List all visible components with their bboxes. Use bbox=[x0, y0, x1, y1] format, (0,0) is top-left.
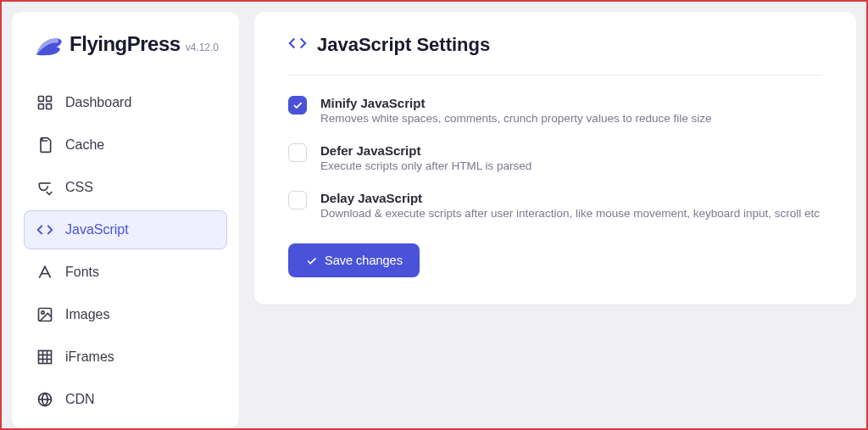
svg-rect-0 bbox=[39, 97, 44, 102]
sidebar-item-label: JavaScript bbox=[65, 222, 129, 237]
sidebar-item-label: CSS bbox=[65, 180, 93, 195]
brand-logo-icon bbox=[32, 32, 64, 63]
sidebar-item-label: Images bbox=[65, 307, 109, 322]
option-delay: Delay JavaScript Download & execute scri… bbox=[288, 191, 822, 220]
sidebar-item-label: CDN bbox=[65, 392, 95, 407]
checkbox-delay[interactable] bbox=[288, 191, 307, 209]
save-button[interactable]: Save changes bbox=[288, 243, 420, 277]
sidebar-item-label: iFrames bbox=[65, 349, 114, 365]
option-title: Minify JavaScript bbox=[320, 96, 711, 110]
sidebar-nav: Dashboard Cache CSS JavaScript Fonts bbox=[24, 83, 227, 419]
sidebar: FlyingPress v4.12.0 Dashboard Cache CSS bbox=[12, 12, 239, 428]
sidebar-item-cache[interactable]: Cache bbox=[24, 126, 227, 165]
sidebar-item-cdn[interactable]: CDN bbox=[24, 380, 227, 419]
option-desc: Download & execute scripts after user in… bbox=[320, 207, 820, 220]
brand-block: FlyingPress v4.12.0 bbox=[24, 27, 227, 83]
check-icon bbox=[305, 254, 318, 267]
images-icon bbox=[36, 306, 53, 323]
main-panel: JavaScript Settings Minify JavaScript Re… bbox=[254, 12, 856, 304]
sidebar-item-iframes[interactable]: iFrames bbox=[24, 338, 227, 377]
save-button-label: Save changes bbox=[325, 254, 403, 267]
page-header: JavaScript Settings bbox=[288, 34, 822, 75]
dashboard-icon bbox=[36, 94, 53, 111]
option-desc: Removes white spaces, comments, crunch p… bbox=[320, 112, 711, 125]
option-minify: Minify JavaScript Removes white spaces, … bbox=[288, 96, 822, 125]
iframes-icon bbox=[36, 349, 53, 366]
fonts-icon bbox=[36, 264, 53, 281]
sidebar-item-label: Fonts bbox=[65, 265, 99, 280]
sidebar-item-label: Cache bbox=[65, 137, 104, 153]
option-title: Defer JavaScript bbox=[320, 143, 531, 158]
code-icon bbox=[36, 221, 53, 238]
option-title: Delay JavaScript bbox=[320, 191, 820, 205]
code-icon bbox=[288, 34, 307, 56]
option-desc: Execute scripts only after HTML is parse… bbox=[320, 159, 531, 172]
sidebar-item-label: Dashboard bbox=[65, 95, 131, 110]
option-defer: Defer JavaScript Execute scripts only af… bbox=[288, 143, 822, 172]
cdn-icon bbox=[36, 391, 53, 408]
brand-version: v4.12.0 bbox=[186, 42, 219, 53]
sidebar-item-fonts[interactable]: Fonts bbox=[24, 253, 227, 292]
svg-point-5 bbox=[42, 311, 44, 314]
checkbox-defer[interactable] bbox=[288, 143, 307, 162]
cache-icon bbox=[36, 137, 53, 154]
sidebar-item-dashboard[interactable]: Dashboard bbox=[24, 83, 227, 122]
checkbox-minify[interactable] bbox=[288, 96, 307, 114]
page-title: JavaScript Settings bbox=[317, 34, 490, 56]
sidebar-item-javascript[interactable]: JavaScript bbox=[24, 210, 227, 249]
css-icon bbox=[36, 179, 53, 196]
sidebar-item-images[interactable]: Images bbox=[24, 295, 227, 334]
brand-name: FlyingPress bbox=[70, 32, 181, 56]
svg-rect-3 bbox=[47, 104, 52, 109]
svg-rect-1 bbox=[47, 97, 52, 102]
svg-rect-6 bbox=[39, 351, 52, 364]
svg-rect-2 bbox=[39, 104, 44, 109]
sidebar-item-css[interactable]: CSS bbox=[24, 168, 227, 207]
